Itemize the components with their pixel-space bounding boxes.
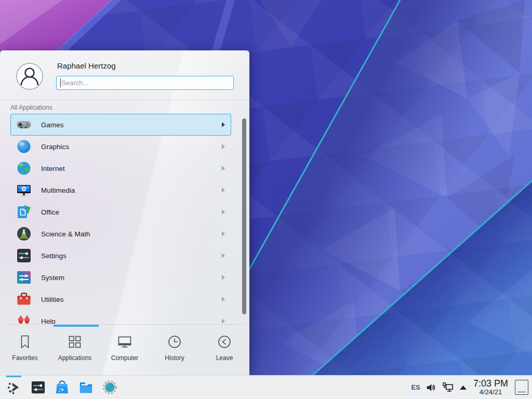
submenu-arrow-icon: [222, 144, 225, 149]
system-settings-icon: [30, 379, 46, 395]
monitor-play-icon: [16, 182, 32, 198]
flask-icon: [16, 225, 32, 242]
kde-kickoff-icon: [6, 379, 22, 395]
tab-leave[interactable]: Leave: [200, 328, 249, 373]
tab-favorites[interactable]: Favorites: [0, 328, 50, 373]
category-label: Utilities: [41, 296, 64, 303]
search-field-wrapper: [56, 76, 234, 90]
user-name: Raphael Hertzog: [57, 61, 116, 70]
submenu-arrow-icon: [222, 231, 225, 236]
active-tab-indicator: [54, 325, 99, 327]
submenu-arrow-icon: [222, 209, 225, 215]
clock-time: 7:03 PM: [473, 378, 508, 389]
discover-bag-icon: [54, 379, 70, 395]
browser-globe-gear-icon: [102, 379, 118, 395]
taskbar-panel: ES 7:03 PM 4/24/21: [0, 375, 532, 399]
category-label: Graphics: [41, 143, 69, 151]
launcher-header: Raphael Hertzog: [0, 50, 249, 100]
tab-history[interactable]: History: [150, 328, 200, 373]
category-row-help[interactable]: Help: [10, 310, 231, 324]
category-list: Games Graphics: [0, 114, 249, 324]
show-desktop-button[interactable]: [515, 380, 528, 395]
leave-circle-icon: [217, 334, 232, 350]
list-scrollbar[interactable]: [242, 118, 246, 314]
tab-label: Applications: [58, 354, 92, 362]
application-launcher-menu: Raphael Hertzog All Applications Games: [0, 50, 249, 375]
user-avatar-icon[interactable]: [16, 63, 43, 90]
category-label: Science & Math: [41, 230, 90, 238]
system-tray: ES 7:03 PM 4/24/21: [411, 378, 532, 397]
web-browser-button[interactable]: [101, 376, 118, 399]
search-input[interactable]: [56, 76, 234, 90]
tab-applications[interactable]: Applications: [50, 328, 100, 373]
category-row-multimedia[interactable]: Multimedia: [10, 179, 231, 201]
desktop: Raphael Hertzog All Applications Games: [0, 0, 532, 399]
bookmark-icon: [17, 334, 33, 350]
clock-icon: [167, 334, 182, 350]
category-row-utilities[interactable]: Utilities: [10, 288, 231, 310]
section-label: All Applications: [10, 104, 52, 111]
discover-button[interactable]: [54, 376, 70, 399]
tab-computer[interactable]: Computer: [100, 328, 150, 373]
computer-icon: [117, 334, 132, 350]
application-launcher-button[interactable]: [6, 376, 22, 399]
clock-date: 4/24/21: [473, 389, 508, 396]
launcher-tabbar: Favorites Applications Computer: [0, 328, 249, 373]
help-arrows-icon: [16, 313, 32, 324]
tab-label: Favorites: [12, 354, 37, 362]
submenu-arrow-icon: [222, 253, 225, 258]
category-label: Office: [41, 208, 59, 216]
submenu-arrow-icon: [222, 166, 225, 171]
submenu-arrow-icon: [222, 275, 225, 280]
category-row-internet[interactable]: Internet: [10, 157, 231, 179]
network-icon[interactable]: [442, 382, 454, 393]
gamepad-icon: [16, 116, 32, 133]
taskbar-launchers: [0, 376, 118, 399]
graphics-sphere-icon: [16, 138, 32, 155]
text-caret: [60, 78, 61, 87]
category-label: Multimedia: [41, 187, 75, 194]
volume-icon[interactable]: [426, 382, 436, 393]
category-row-games[interactable]: Games: [10, 114, 231, 136]
category-row-graphics[interactable]: Graphics: [10, 136, 231, 157]
submenu-arrow-icon: [222, 188, 225, 193]
submenu-arrow-icon: [222, 297, 225, 302]
system-settings-button[interactable]: [30, 376, 46, 399]
document-icon: [16, 204, 32, 220]
submenu-arrow-icon: [222, 318, 225, 324]
digital-clock[interactable]: 7:03 PM 4/24/21: [473, 378, 508, 397]
sliders-gradient-icon: [16, 269, 32, 286]
category-label: System: [41, 274, 64, 282]
tab-label: Leave: [216, 354, 233, 362]
globe-icon: [16, 160, 32, 177]
expand-tray-chevron-icon[interactable]: [460, 385, 467, 390]
category-label: Games: [41, 121, 64, 129]
keyboard-layout-indicator[interactable]: ES: [411, 383, 420, 391]
tab-label: Computer: [111, 354, 139, 362]
category-row-science-math[interactable]: Science & Math: [10, 223, 231, 245]
file-manager-button[interactable]: [77, 376, 94, 399]
grid-icon: [67, 334, 83, 350]
sliders-dark-icon: [16, 247, 32, 264]
category-label: Help: [41, 317, 56, 324]
tab-label: History: [165, 354, 184, 362]
category-row-settings[interactable]: Settings: [10, 245, 231, 267]
category-label: Settings: [41, 252, 66, 260]
tabbar-divider: [4, 324, 245, 325]
category-row-system[interactable]: System: [10, 267, 231, 288]
category-row-office[interactable]: Office: [10, 201, 231, 223]
toolbox-icon: [16, 291, 32, 308]
active-task-indicator: [6, 376, 21, 377]
folder-icon: [78, 379, 94, 395]
submenu-arrow-icon: [222, 122, 225, 127]
category-label: Internet: [41, 165, 65, 172]
